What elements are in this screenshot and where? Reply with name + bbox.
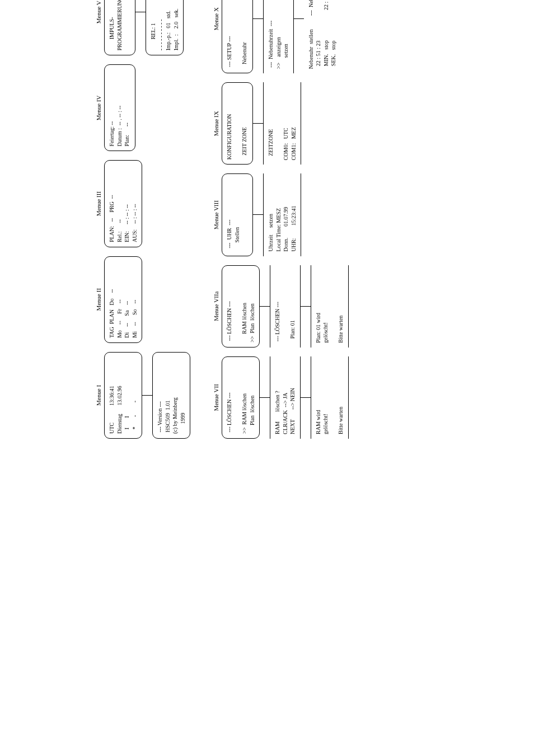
menu-title: Menue VIII xyxy=(213,173,219,256)
connector xyxy=(301,265,311,348)
menu-col-3: Menue III PLAN: -- PRG -- Rel.: -- EIN: … xyxy=(95,160,190,247)
menu-title: Menue III xyxy=(95,160,102,247)
menu-title: Menue V xyxy=(95,0,102,55)
menu-sub-box: RAM löschen ? CLR/ACK --> JA NEXT --> NE… xyxy=(270,356,301,439)
menu-sub-box: --- LÖSCHEN --- Plan: 01 xyxy=(270,265,301,348)
menu-sub-box: --- Nebenuhrzeit --- 22 : 51 : 23 xyxy=(304,0,341,22)
menu-title: Menue VIIa xyxy=(213,265,219,348)
menu-col-10: Menue X --- SETUP --- Nebenuhr --- Neben… xyxy=(213,0,349,73)
menu-col-1: Menue I UTC 13:36:41 Dienstag 13.02.96 I… xyxy=(95,352,190,439)
connector xyxy=(253,82,263,165)
connector xyxy=(301,356,311,439)
menu-box: --- UHR --- Stellen xyxy=(222,173,253,256)
menu-title: Menue X xyxy=(213,0,219,73)
menu-col-9: Menue IX KONFIGURATION ZEIT ZONE ZEITZON… xyxy=(213,82,349,165)
connector xyxy=(260,356,270,439)
menu-row-2: Menue VII --- LÖSCHEN --- >> RAM löschen… xyxy=(213,0,349,439)
connector xyxy=(253,173,263,256)
menu-sub-box: Nebenuhr stellen 22 : 51 : 23 MIN. stop … xyxy=(304,25,341,74)
page-content: Menue I UTC 13:36:41 Dienstag 13.02.96 I… xyxy=(0,0,534,534)
menu-title: Menue IV xyxy=(95,64,102,151)
menu-box: PLAN: -- PRG -- Rel.: -- EIN: -- : -- : … xyxy=(104,160,142,247)
menu-sub-box: ZEITZONE COM0: UTC COM1: MEZ xyxy=(263,82,301,165)
menu-sub-box: Plan: 01 wird gelöscht! Bitte warten xyxy=(311,265,349,348)
menu-col-7: Menue VII --- LÖSCHEN --- >> RAM löschen… xyxy=(213,356,349,439)
menu-row-1: Menue I UTC 13:36:41 Dienstag 13.02.96 I… xyxy=(95,0,190,439)
menu-title: Menue IX xyxy=(213,82,219,165)
menu-box: Feiertag: -- Datum : -- . -- : -- Plan: … xyxy=(104,64,135,151)
menu-box: IMPULS- PROGRAMMIERUNG xyxy=(104,0,135,55)
menu-col-2: Menue II TAG PLAN Do -- Mo -- Fr -- Di -… xyxy=(95,256,190,343)
menu-col-5: Menue V IMPULS- PROGRAMMIERUNG REL: 1 - … xyxy=(95,0,190,55)
connector xyxy=(142,352,152,439)
menu-title: Menue I xyxy=(95,352,102,439)
menu-sub-box: RAM wird gelöscht! Bitte warten xyxy=(311,356,349,439)
menu-col-4: Menue IV Feiertag: -- Datum : -- . -- : … xyxy=(95,64,190,151)
menu-box: --- SETUP --- Nebenuhr xyxy=(222,0,253,73)
menu-sub-box: --- Version --- HSC509 1.01 (c) by Meinb… xyxy=(152,352,190,439)
connector xyxy=(294,0,304,73)
menu-title: Menue VII xyxy=(213,356,219,439)
connector xyxy=(260,265,270,348)
menu-title: Menue II xyxy=(95,256,102,343)
menu-box: TAG PLAN Do -- Mo -- Fr -- Di -- Sa -- M… xyxy=(104,256,142,343)
menu-box: UTC 13:36:41 Dienstag 13.02.96 I I * - - xyxy=(104,352,142,439)
menu-box: --- LÖSCHEN --- >> RAM löschen Plan lösc… xyxy=(222,356,260,439)
menu-box: KONFIGURATION ZEIT ZONE xyxy=(222,82,253,165)
menu-sub-box: --- Nebenuhrzeit --- >> anzeigen setzen xyxy=(263,0,294,73)
connector xyxy=(253,0,263,73)
menu-sub-box: Uhrzeit setzen Local Time: MESZ Donn. 01… xyxy=(263,173,301,256)
menu-col-8: Menue VIII --- UHR --- Stellen Uhrzeit s… xyxy=(213,173,349,256)
menu-sub-box: REL: 1 - - - - - - - - - - Imp.-p.: 01 s… xyxy=(146,0,184,55)
menu-box: --- LÖSCHEN --- RAM löschen >> Plan lösc… xyxy=(222,265,260,348)
connector xyxy=(135,0,146,55)
menu-col-7a: Menue VIIa --- LÖSCHEN --- RAM löschen >… xyxy=(213,265,349,348)
